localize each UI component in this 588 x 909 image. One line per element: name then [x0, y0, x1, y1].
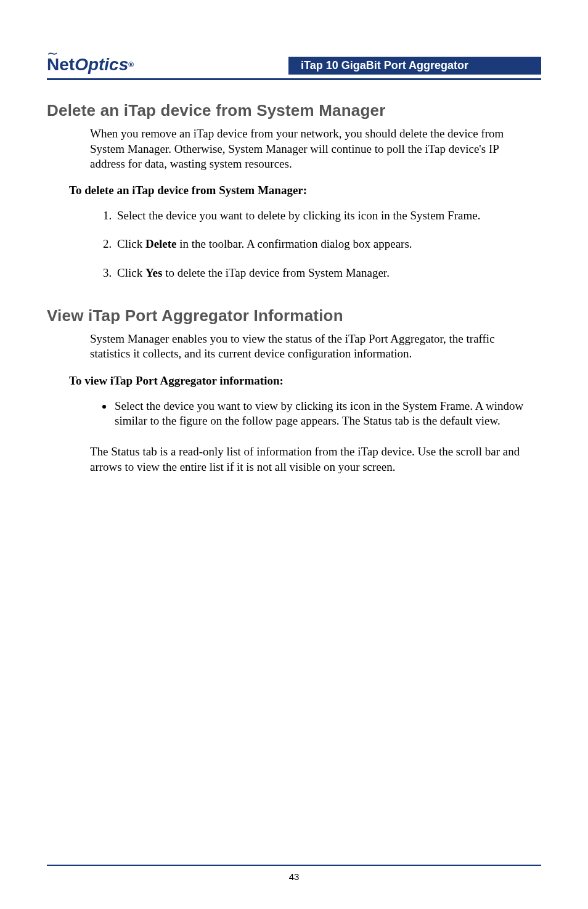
step-3-post: to delete the iTap device from System Ma… [162, 266, 390, 279]
section1-intro-wrap: When you remove an iTap device from your… [90, 126, 535, 171]
section2-intro: System Manager enables you to view the s… [90, 332, 535, 362]
header-row: ∼ NetOptics® iTap 10 GigaBit Port Aggreg… [47, 49, 541, 75]
section2-bullets: Select the device you want to view by cl… [90, 399, 541, 429]
logo-net: Net [47, 55, 75, 75]
step-3-bold: Yes [145, 266, 162, 279]
section1-steps: Select the device you want to delete by … [90, 208, 541, 280]
header-rule [47, 78, 541, 80]
section2-subhead: To view iTap Port Aggregator information… [69, 374, 541, 388]
footer-rule [47, 865, 541, 866]
step-3: Click Yes to delete the iTap device from… [115, 266, 541, 280]
header-title-bar: iTap 10 GigaBit Port Aggregator [288, 57, 541, 75]
step-3-pre: Click [117, 266, 145, 279]
section1-intro: When you remove an iTap device from your… [90, 126, 535, 171]
spacer [47, 294, 541, 306]
section2-intro-wrap: System Manager enables you to view the s… [90, 332, 535, 362]
step-1: Select the device you want to delete by … [115, 208, 541, 223]
section1-subhead: To delete an iTap device from System Man… [69, 184, 541, 197]
step-2-post: in the toolbar. A confirmation dialog bo… [177, 237, 412, 250]
step-2-pre: Click [117, 237, 145, 250]
logo-registered: ® [128, 60, 134, 69]
logo-optics: Optics [75, 55, 128, 75]
section2-bullet: Select the device you want to view by cl… [113, 399, 541, 429]
page-container: ∼ NetOptics® iTap 10 GigaBit Port Aggreg… [0, 0, 588, 909]
step-2: Click Delete in the toolbar. A confirmat… [115, 237, 541, 251]
section2-heading: View iTap Port Aggregator Information [47, 306, 541, 325]
step-2-bold: Delete [145, 237, 177, 250]
section2-closing-wrap: The Status tab is a read-only list of in… [90, 444, 535, 475]
section2-closing: The Status tab is a read-only list of in… [90, 444, 535, 475]
logo: ∼ NetOptics® [47, 49, 134, 75]
page-number: 43 [0, 871, 588, 882]
section1-heading: Delete an iTap device from System Manage… [47, 101, 541, 120]
logo-text: NetOptics® [47, 55, 134, 75]
